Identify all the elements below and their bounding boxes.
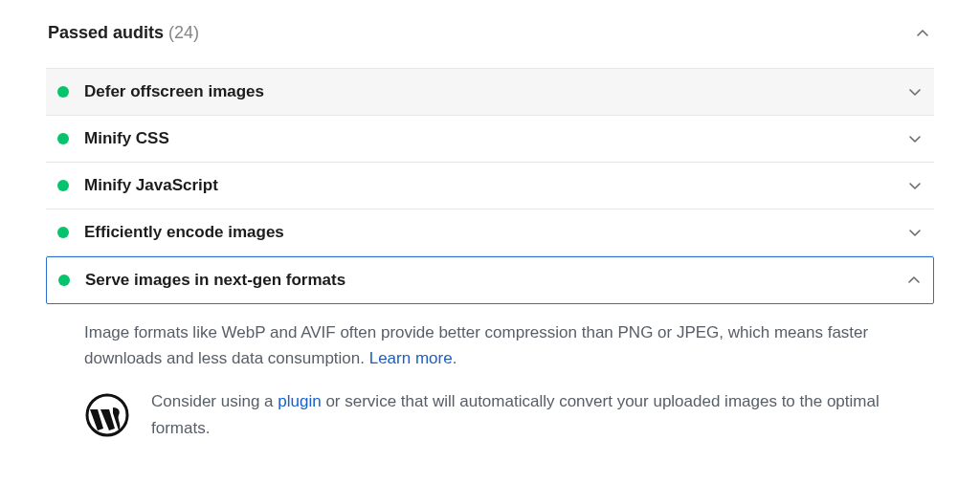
pass-dot-icon [57,133,69,144]
audit-row-minify-css[interactable]: Minify CSS [46,116,934,163]
chevron-up-icon [917,28,928,39]
audit-row-minify-js[interactable]: Minify JavaScript [46,163,934,209]
audit-list: Defer offscreen images Minify CSS Minify… [46,68,934,441]
section-title: Passed audits [48,23,164,42]
chevron-down-icon [909,86,921,98]
plugin-link[interactable]: plugin [278,392,321,410]
audit-row-nextgen-formats[interactable]: Serve images in next-gen formats [46,256,934,304]
audit-left: Minify CSS [57,129,169,148]
desc-period: . [453,349,457,367]
wordpress-icon [84,392,130,438]
passed-audits-header[interactable]: Passed audits (24) [46,23,934,60]
audit-label: Minify CSS [84,129,169,148]
desc-text: Image formats like WebP and AVIF often p… [84,323,868,367]
audit-left: Defer offscreen images [57,82,264,101]
audit-description: Image formats like WebP and AVIF often p… [84,319,921,371]
section-count: (24) [168,23,199,42]
chevron-down-icon [909,133,921,144]
audit-left: Minify JavaScript [57,176,218,195]
audit-label: Minify JavaScript [84,176,218,195]
tip-text-a: Consider using a [151,392,278,410]
tip-text: Consider using a plugin or service that … [151,388,921,440]
chevron-down-icon [909,180,921,191]
audit-row-encode-images[interactable]: Efficiently encode images [46,209,934,256]
audit-label: Efficiently encode images [84,223,284,242]
pass-dot-icon [58,275,70,286]
chevron-up-icon [908,275,920,286]
audit-left: Efficiently encode images [57,223,284,242]
section-title-wrap: Passed audits (24) [48,23,199,43]
pass-dot-icon [57,227,69,238]
pass-dot-icon [57,180,69,191]
wordpress-tip: Consider using a plugin or service that … [84,388,921,440]
audit-left: Serve images in next-gen formats [58,271,345,290]
audit-row-defer-offscreen[interactable]: Defer offscreen images [46,68,934,116]
chevron-down-icon [909,227,921,238]
audit-label: Defer offscreen images [84,82,264,101]
audit-label: Serve images in next-gen formats [85,271,345,290]
audit-details: Image formats like WebP and AVIF often p… [46,304,934,441]
pass-dot-icon [57,86,69,98]
learn-more-link[interactable]: Learn more [369,349,453,367]
